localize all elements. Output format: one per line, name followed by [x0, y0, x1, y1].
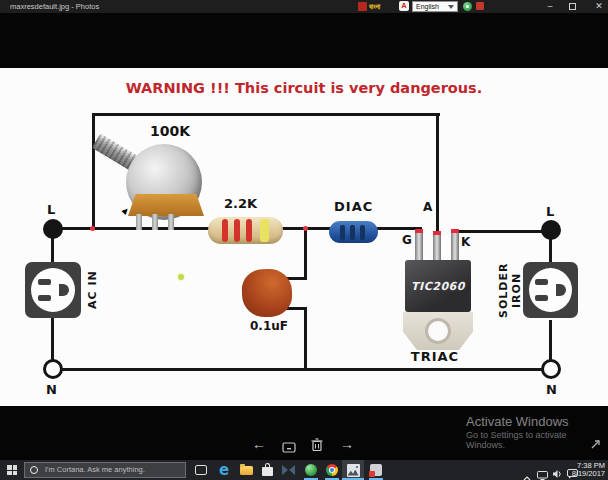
solder-iron-label: SOLDER IRON [497, 245, 513, 335]
wire-right-socket-top [549, 238, 552, 264]
wire-left-socket-top [51, 236, 54, 264]
wire-right-vertical [436, 113, 439, 232]
ac-in-socket [25, 262, 81, 318]
language-select[interactable]: English [412, 1, 458, 12]
taskbar-clock[interactable]: 7:38 PM 8/19/2017 [553, 462, 605, 478]
photos-app-button-active[interactable] [342, 460, 364, 480]
avro-tray-icon[interactable] [358, 2, 367, 11]
close-button[interactable]: ✕ [592, 0, 606, 13]
wire-neutral-line [51, 368, 552, 371]
pin-a-label: A [423, 200, 432, 214]
pin-g-label: G [402, 233, 412, 247]
wire-top [92, 113, 440, 116]
capacitor [241, 268, 293, 318]
media-app-button[interactable] [282, 465, 295, 475]
wire-left-vertical [92, 113, 95, 230]
slideshow-button[interactable] [282, 439, 296, 457]
triac-tab [403, 312, 473, 350]
clock-date: 8/19/2017 [553, 470, 605, 478]
right-neutral-node [541, 359, 561, 379]
language-selected-label: English [416, 2, 439, 11]
left-live-node [43, 219, 63, 239]
left-neutral-node [43, 359, 63, 379]
minimize-button[interactable]: – [543, 0, 557, 13]
window-titlebar: maxresdefault.jpg - Photos বাংলা A Engli… [0, 0, 608, 13]
warning-text: WARNING !!! This circuit is very dangero… [0, 80, 608, 96]
cortana-search-box[interactable]: I'm Cortana. Ask me anything. [24, 462, 186, 478]
triac-pin-k [451, 229, 459, 262]
right-neutral-label: N [546, 382, 557, 397]
avro-a-icon[interactable]: A [399, 1, 409, 11]
chevron-up-icon [523, 476, 531, 480]
potentiometer-pin [136, 214, 142, 230]
screen: maxresdefault.jpg - Photos বাংলা A Engli… [0, 0, 608, 480]
delete-button[interactable] [311, 437, 323, 455]
right-live-label: L [546, 204, 554, 219]
wire-cap-bottom [304, 307, 307, 370]
junction-dot [303, 226, 308, 231]
file-explorer-button[interactable] [240, 466, 253, 475]
previous-photo-button[interactable]: ← [252, 437, 266, 451]
start-button[interactable] [7, 465, 17, 475]
potentiometer-pin [152, 214, 158, 230]
green-dot [178, 274, 184, 280]
recorder-app-button[interactable] [370, 464, 382, 476]
window-title: maxresdefault.jpg - Photos [10, 0, 99, 13]
diac-label: DIAC [334, 199, 373, 214]
cortana-icon [30, 466, 38, 474]
monitor-icon [537, 471, 548, 480]
junction-dot [90, 226, 95, 231]
activate-windows-line2: Go to Settings to activate Windows. [466, 430, 608, 450]
tray-expand-button[interactable] [523, 467, 531, 480]
cortana-search-placeholder: I'm Cortana. Ask me anything. [45, 463, 145, 477]
language-mode-icon[interactable] [463, 2, 472, 11]
chrome-button[interactable] [326, 464, 338, 476]
triac-body: TIC2060 [405, 260, 471, 312]
photo-canvas[interactable]: WARNING !!! This circuit is very dangero… [0, 68, 608, 406]
resistor [208, 217, 283, 244]
photo-viewer: WARNING !!! This circuit is very dangero… [0, 13, 608, 460]
slideshow-icon [282, 442, 296, 453]
next-photo-button[interactable]: → [340, 437, 354, 451]
maximize-button[interactable] [569, 3, 576, 10]
wire-cap-top [304, 228, 307, 280]
display-tray-button[interactable] [537, 466, 548, 480]
triac-label: TRIAC [400, 349, 470, 364]
wire-k-line [454, 230, 552, 233]
activate-windows-line1: Activate Windows [466, 414, 569, 429]
green-app-button[interactable] [305, 464, 317, 476]
bangla-label[interactable]: বাংলা [369, 0, 380, 13]
resistor-value-label: 2.2K [224, 196, 257, 211]
store-button[interactable] [262, 467, 273, 476]
triac-mounting-hole [425, 318, 451, 344]
photos-app-icon [347, 464, 360, 477]
triac-part-number: TIC2060 [411, 280, 465, 293]
potentiometer-value-label: 100K [150, 123, 190, 139]
edge-browser-button[interactable]: e [219, 461, 229, 479]
diac [329, 221, 378, 243]
potentiometer-pin [168, 214, 174, 230]
language-tool-icon[interactable] [476, 2, 484, 10]
potentiometer-base [128, 194, 204, 216]
triac-pin-g [415, 229, 423, 262]
capacitor-value-label: 0.1uF [250, 319, 288, 333]
triac-pin-a [433, 231, 441, 262]
left-neutral-label: N [46, 382, 57, 397]
task-view-button[interactable] [195, 465, 207, 475]
left-live-label: L [47, 202, 55, 217]
pin-k-label: K [461, 235, 470, 249]
ac-in-label: AC IN [86, 262, 102, 318]
chevron-down-icon [448, 5, 454, 9]
taskbar: I'm Cortana. Ask me anything. e [0, 460, 608, 480]
right-live-node [541, 220, 561, 240]
trash-icon [311, 438, 323, 451]
solder-iron-socket [523, 262, 578, 318]
